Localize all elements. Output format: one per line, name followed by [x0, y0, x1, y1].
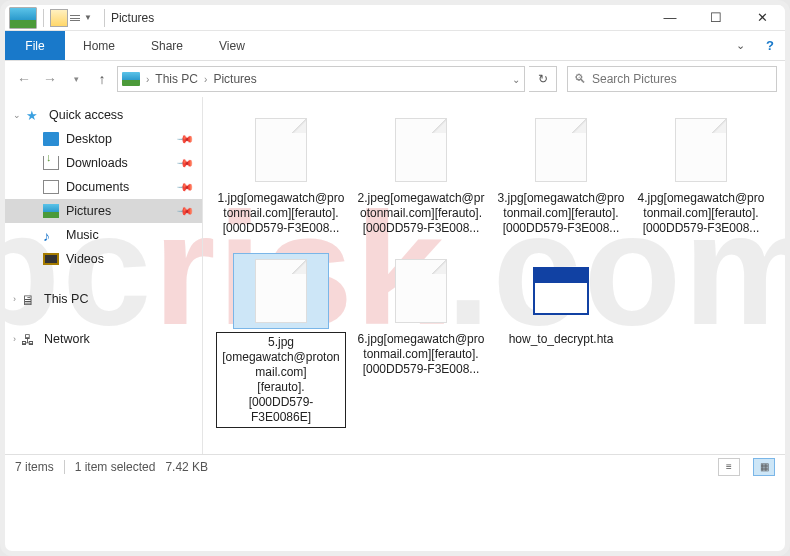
sidebar-item-documents[interactable]: Documents 📌	[5, 175, 202, 199]
sidebar-label: This PC	[44, 292, 88, 306]
icons-view-button[interactable]: ▦	[753, 458, 775, 476]
sidebar-item-videos[interactable]: Videos	[5, 247, 202, 271]
chevron-down-icon: ⌄	[13, 110, 21, 120]
pin-icon: 📌	[175, 201, 194, 220]
sidebar-item-downloads[interactable]: Downloads 📌	[5, 151, 202, 175]
sidebar-quick-access[interactable]: ⌄ ★ Quick access	[5, 103, 202, 127]
recent-dropdown[interactable]: ▾	[65, 68, 87, 90]
chevron-down-icon[interactable]: ▼	[84, 13, 92, 22]
star-icon: ★	[26, 108, 42, 122]
separator	[104, 9, 105, 27]
search-input[interactable]	[592, 72, 770, 86]
pictures-icon	[43, 204, 59, 218]
sidebar-label: Desktop	[66, 132, 112, 146]
file-tab[interactable]: File	[5, 31, 65, 60]
blank-file-icon	[374, 254, 468, 328]
selection-count: 1 item selected	[75, 460, 156, 474]
hta-file-icon	[514, 254, 608, 328]
breadcrumb-root[interactable]: This PC	[155, 72, 198, 86]
qat-button[interactable]	[50, 9, 68, 27]
window-title: Pictures	[111, 11, 154, 25]
navigation-pane: ⌄ ★ Quick access Desktop 📌 Downloads 📌 D…	[5, 97, 203, 454]
file-view[interactable]: 1.jpg[omegawatch@protonmail.com][ferauto…	[203, 97, 785, 454]
documents-icon	[43, 180, 59, 194]
status-bar: 7 items 1 item selected 7.42 KB ≡ ▦	[5, 454, 785, 478]
file-name: 6.jpg[omegawatch@protonmail.com][ferauto…	[356, 332, 486, 377]
tab-share[interactable]: Share	[133, 31, 201, 60]
file-item[interactable]: how_to_decrypt.hta	[491, 250, 631, 442]
tab-view[interactable]: View	[201, 31, 263, 60]
blank-file-icon	[654, 113, 748, 187]
file-item[interactable]: 4.jpg[omegawatch@protonmail.com][ferauto…	[631, 109, 771, 250]
sidebar-label: Videos	[66, 252, 104, 266]
music-icon: ♪	[43, 228, 59, 242]
file-item[interactable]: 3.jpg[omegawatch@protonmail.com][ferauto…	[491, 109, 631, 250]
chevron-right-icon[interactable]: ›	[144, 74, 151, 85]
pc-icon: 🖥	[21, 292, 37, 306]
file-item[interactable]: 5.jpg [omegawatch@protonmail.com] [ferau…	[211, 250, 351, 442]
pin-icon: 📌	[175, 129, 194, 148]
blank-file-icon	[234, 254, 328, 328]
sidebar-network[interactable]: › 🖧 Network	[5, 327, 202, 351]
sidebar-item-music[interactable]: ♪ Music	[5, 223, 202, 247]
search-icon: 🔍︎	[574, 72, 586, 86]
blank-file-icon	[514, 113, 608, 187]
pin-icon: 📌	[175, 153, 194, 172]
file-name: 4.jpg[omegawatch@protonmail.com][ferauto…	[636, 191, 766, 236]
chevron-right-icon: ›	[13, 334, 16, 344]
sidebar-label: Downloads	[66, 156, 128, 170]
sidebar-label: Network	[44, 332, 90, 346]
pin-icon: 📌	[175, 177, 194, 196]
separator	[43, 9, 44, 27]
address-bar[interactable]: › This PC › Pictures ⌄	[117, 66, 525, 92]
tab-home[interactable]: Home	[65, 31, 133, 60]
forward-button[interactable]: →	[39, 68, 61, 90]
file-item[interactable]: 6.jpg[omegawatch@protonmail.com][ferauto…	[351, 250, 491, 442]
minimize-button[interactable]: —	[647, 5, 693, 31]
folder-type-icon	[9, 7, 37, 29]
ribbon: File Home Share View ⌄ ?	[5, 31, 785, 61]
blank-file-icon	[234, 113, 328, 187]
titlebar: ▼ Pictures — ☐ ✕	[5, 5, 785, 31]
sidebar-item-desktop[interactable]: Desktop 📌	[5, 127, 202, 151]
item-count: 7 items	[15, 460, 54, 474]
ribbon-expand-icon[interactable]: ⌄	[725, 31, 755, 60]
file-item[interactable]: 1.jpg[omegawatch@protonmail.com][ferauto…	[211, 109, 351, 250]
file-name: how_to_decrypt.hta	[509, 332, 614, 347]
videos-icon	[43, 253, 59, 265]
file-item[interactable]: 2.jpeg[omegawatch@protonmail.com][feraut…	[351, 109, 491, 250]
blank-file-icon	[374, 113, 468, 187]
sidebar-label: Pictures	[66, 204, 111, 218]
sidebar-this-pc[interactable]: › 🖥 This PC	[5, 287, 202, 311]
network-icon: 🖧	[21, 332, 37, 346]
separator	[64, 460, 65, 474]
desktop-icon	[43, 132, 59, 146]
close-button[interactable]: ✕	[739, 5, 785, 31]
chevron-right-icon[interactable]: ›	[202, 74, 209, 85]
qat-menu-icon[interactable]	[70, 15, 80, 21]
refresh-button[interactable]: ↻	[529, 66, 557, 92]
sidebar-label: Documents	[66, 180, 129, 194]
search-box[interactable]: 🔍︎	[567, 66, 777, 92]
maximize-button[interactable]: ☐	[693, 5, 739, 31]
help-icon[interactable]: ?	[755, 31, 785, 60]
chevron-right-icon: ›	[13, 294, 16, 304]
file-name: 3.jpg[omegawatch@protonmail.com][ferauto…	[496, 191, 626, 236]
details-view-button[interactable]: ≡	[718, 458, 740, 476]
file-name: 2.jpeg[omegawatch@protonmail.com][feraut…	[356, 191, 486, 236]
sidebar-item-pictures[interactable]: Pictures 📌	[5, 199, 202, 223]
downloads-icon	[43, 156, 59, 170]
breadcrumb-folder[interactable]: Pictures	[213, 72, 256, 86]
selection-size: 7.42 KB	[165, 460, 208, 474]
sidebar-label: Quick access	[49, 108, 123, 122]
up-button[interactable]: ↑	[91, 68, 113, 90]
file-name: 1.jpg[omegawatch@protonmail.com][ferauto…	[216, 191, 346, 236]
back-button[interactable]: ←	[13, 68, 35, 90]
address-dropdown-icon[interactable]: ⌄	[512, 74, 520, 85]
navigation-bar: ← → ▾ ↑ › This PC › Pictures ⌄ ↻ 🔍︎	[5, 61, 785, 97]
sidebar-label: Music	[66, 228, 99, 242]
location-icon	[122, 72, 140, 86]
file-name: 5.jpg [omegawatch@protonmail.com] [ferau…	[216, 332, 346, 428]
